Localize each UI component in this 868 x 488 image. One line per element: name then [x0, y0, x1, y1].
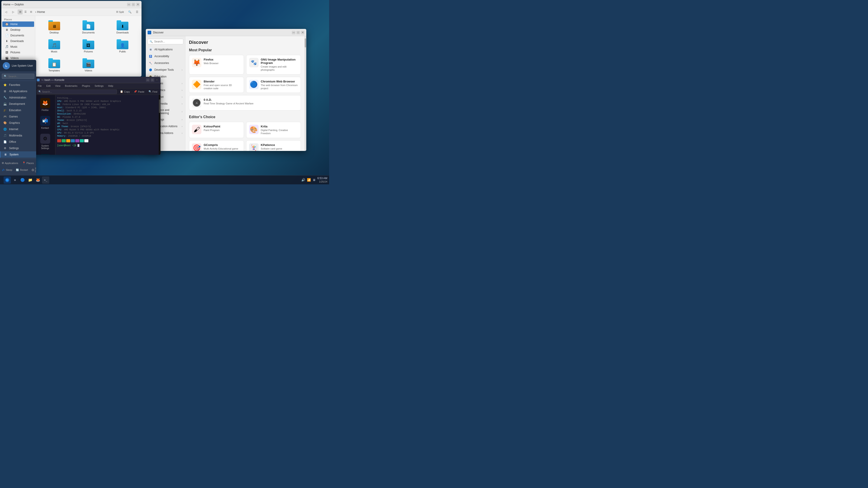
- appmenu-restart-btn[interactable]: 🔄 Restart: [14, 166, 30, 174]
- appmenu-search-input[interactable]: [8, 75, 32, 78]
- konsole-find-btn[interactable]: 🔍 Find: [147, 90, 159, 94]
- discover-app-gimp[interactable]: 🐾 GNU Image Manipulation Program Create …: [246, 55, 301, 74]
- appmenu-applications-label: Applications: [5, 162, 18, 164]
- konsole-menu-help[interactable]: Help: [107, 84, 114, 88]
- appmenu-places-btn[interactable]: 📍 Places: [20, 160, 36, 166]
- taskbar-volume-icon[interactable]: 🔊: [301, 178, 305, 182]
- konsole-copy-btn[interactable]: 📋 Copy: [119, 90, 131, 94]
- appmenu-nav-administration[interactable]: 🔧 Administration: [0, 94, 36, 101]
- discover-nav-accessibility[interactable]: ♿ Accessibility: [146, 53, 185, 60]
- taskbar-task-manager-btn[interactable]: ≡: [11, 176, 19, 184]
- konsole-app-settings[interactable]: ⚙ System Settings: [37, 132, 53, 151]
- dolphin-split-icon: ⊟: [116, 10, 118, 13]
- dolphin-sidebar-pictures[interactable]: 🖼 Pictures: [2, 50, 34, 55]
- appmenu-nav-development[interactable]: 💻 Development: [0, 101, 36, 107]
- discover-app-krita[interactable]: 🎨 Krita Digital Painting, Creative Freed…: [246, 122, 301, 138]
- dolphin-folder-documents-label: Documents: [82, 31, 95, 34]
- dolphin-downloads-icon: ⬇: [5, 39, 8, 43]
- konsole-scrollbar[interactable]: [159, 95, 160, 155]
- dolphin-folder-downloads[interactable]: ⬇ Downloads: [106, 19, 139, 36]
- konsole-menu-settings[interactable]: Settings: [94, 84, 104, 88]
- discover-nav-developer-tools[interactable]: 🔵 Developer Tools ›: [146, 66, 185, 73]
- discover-maximize-btn[interactable]: □: [296, 31, 300, 34]
- appmenu-shutdown-btn[interactable]: ⏻ Shut Down: [30, 166, 36, 174]
- konsole-app-dolphin[interactable]: 🐬 Dolphin: [37, 153, 53, 155]
- dolphin-close-btn[interactable]: ✕: [136, 3, 140, 6]
- discover-scrollbar-thumb[interactable]: [305, 38, 306, 47]
- taskbar-clock[interactable]: 6:53 AM 1/25/24: [317, 177, 327, 184]
- discover-app-chromium[interactable]: 🔵 Chromium Web Browser The web browser f…: [246, 77, 301, 93]
- dolphin-list-view-btn[interactable]: ☰: [23, 9, 28, 14]
- dolphin-maximize-btn[interactable]: □: [131, 3, 135, 6]
- appmenu-graphics-icon: 🎨: [3, 121, 7, 125]
- taskbar-discover-btn[interactable]: 🔵: [19, 176, 26, 184]
- dolphin-menu-btn[interactable]: ☰: [134, 9, 140, 15]
- dolphin-back-btn[interactable]: ◁: [3, 9, 8, 15]
- appmenu-nav-all-apps[interactable]: ⊞ All Applications: [0, 88, 36, 94]
- discover-app-blender[interactable]: 🔶 Blender Free and open source 3D creati…: [189, 77, 244, 93]
- konsole-menu-edit[interactable]: Edit: [45, 84, 52, 88]
- konsole-terminal[interactable]: Fetching... CPU: AMD Ryzen 5 PRO 6850U w…: [55, 95, 159, 155]
- appmenu-nav-internet[interactable]: 🌐 Internet: [0, 126, 36, 132]
- taskbar-network-icon[interactable]: 📶: [307, 178, 311, 182]
- dolphin-split-btn[interactable]: ⊟ Split: [115, 10, 125, 14]
- appmenu-nav-education[interactable]: 🎓 Education: [0, 107, 36, 113]
- appmenu-nav-settings[interactable]: ⚙ Settings: [0, 145, 36, 151]
- dolphin-detail-view-btn[interactable]: ⊟: [29, 9, 33, 14]
- taskbar-firefox-btn[interactable]: 🦊: [34, 176, 41, 184]
- taskbar-dolphin-btn[interactable]: 📁: [27, 176, 34, 184]
- dolphin-icon-view-btn[interactable]: ⊞: [18, 9, 23, 14]
- dolphin-minimize-btn[interactable]: —: [127, 3, 131, 6]
- taskbar-appmenu-btn[interactable]: 🔷: [4, 176, 11, 184]
- appmenu-sleep-btn[interactable]: 💤 Sleep: [0, 166, 14, 174]
- discover-scrollbar[interactable]: [305, 36, 306, 151]
- dolphin-folder-templates[interactable]: 📋 Templates: [38, 57, 70, 74]
- taskbar-display-icon[interactable]: 🖥: [313, 178, 315, 182]
- konsole-app-kontact[interactable]: 📬 Kontact: [37, 115, 53, 131]
- discover-close-btn[interactable]: ✕: [301, 31, 305, 34]
- appmenu-applications-btn[interactable]: ⊞ Applications: [0, 160, 20, 166]
- dolphin-path-home[interactable]: Home: [37, 10, 45, 13]
- dolphin-folder-desktop[interactable]: 🖥 Desktop: [38, 19, 70, 36]
- konsole-close-btn[interactable]: ✕: [155, 78, 159, 82]
- discover-minimize-btn[interactable]: —: [292, 31, 296, 34]
- konsole-scrollbar-thumb[interactable]: [159, 99, 160, 113]
- discover-app-0ad[interactable]: ⚔ 0 A.D. Real-Time Strategy Game of Anci…: [189, 95, 301, 110]
- discover-nav-all-apps[interactable]: ⊞ All Applications: [146, 46, 185, 53]
- dolphin-folder-videos[interactable]: 🎬 Videos: [72, 57, 104, 74]
- dolphin-folder-pictures[interactable]: 🖼 Pictures: [72, 37, 104, 55]
- dolphin-sidebar-home[interactable]: 🏠 Home: [2, 22, 34, 27]
- konsole-menu-file[interactable]: File: [37, 84, 43, 88]
- konsole-paste-btn[interactable]: 📌 Paste: [132, 90, 146, 94]
- dolphin-search-btn[interactable]: 🔍: [127, 9, 132, 15]
- discover-nav-accessories[interactable]: 🔧 Accessories: [146, 60, 185, 66]
- taskbar-terminal-btn[interactable]: >_: [42, 176, 49, 184]
- konsole-app-firefox[interactable]: 🦊 Firefox: [37, 97, 53, 113]
- konsole-menu-view[interactable]: View: [54, 84, 61, 88]
- dolphin-forward-btn[interactable]: ▷: [10, 9, 16, 15]
- dolphin-desktop-label: Desktop: [10, 28, 20, 31]
- dolphin-sidebar-music[interactable]: 🎵 Music: [2, 44, 34, 50]
- appmenu-nav-multimedia[interactable]: 🎵 Multimedia: [0, 132, 36, 139]
- konsole-menu-plugins[interactable]: Plugins: [81, 84, 91, 88]
- dolphin-sidebar-desktop[interactable]: 🖥 Desktop: [2, 27, 34, 33]
- dolphin-folder-music[interactable]: 🎵 Music: [38, 37, 70, 55]
- discover-app-gcompris[interactable]: 🎯 GCompris Multi-Activity Educational ga…: [189, 140, 244, 151]
- discover-app-kpatience[interactable]: 🃏 KPatience Solitaire card game: [246, 140, 301, 151]
- konsole-minimize-btn[interactable]: —: [146, 78, 150, 82]
- discover-app-firefox[interactable]: 🦊 Firefox Web Browser: [189, 55, 244, 74]
- discover-app-kolourpaint[interactable]: 🖌 KolourPaint Paint Program: [189, 122, 244, 138]
- dolphin-sidebar-downloads[interactable]: ⬇ Downloads: [2, 38, 34, 44]
- konsole-search-input[interactable]: [42, 90, 115, 93]
- dolphin-folder-public[interactable]: 👤 Public: [106, 37, 139, 55]
- appmenu-nav-games[interactable]: 🎮 Games: [0, 113, 36, 120]
- dolphin-sidebar-documents[interactable]: 📄 Documents: [2, 33, 34, 38]
- appmenu-nav-system[interactable]: 🖥 System: [0, 151, 36, 158]
- konsole-maximize-btn[interactable]: □: [151, 78, 154, 82]
- appmenu-nav-graphics[interactable]: 🎨 Graphics: [0, 120, 36, 126]
- appmenu-nav-favorites[interactable]: ⭐ Favorites: [0, 82, 36, 88]
- konsole-menu-bookmarks[interactable]: Bookmarks: [64, 84, 78, 88]
- appmenu-nav-office[interactable]: 📄 Office: [0, 139, 36, 145]
- dolphin-folder-documents[interactable]: 📄 Documents: [72, 19, 104, 36]
- discover-search-input[interactable]: [154, 40, 181, 43]
